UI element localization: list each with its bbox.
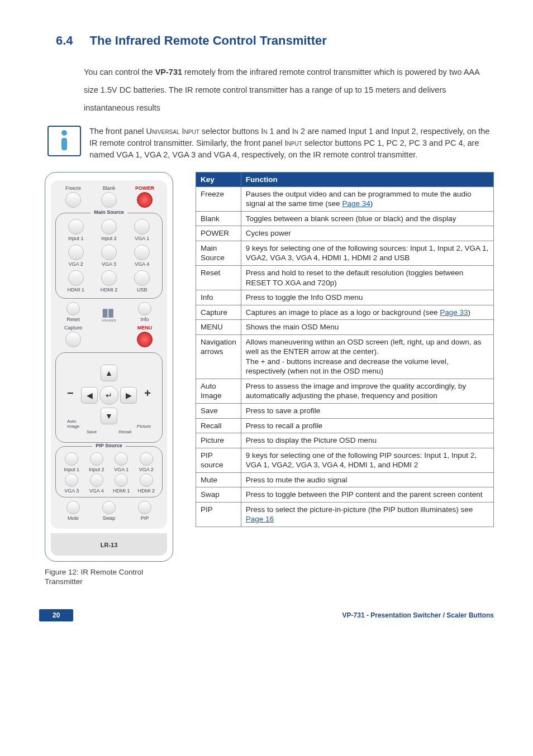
remote-nav-down: ▼	[101, 408, 117, 424]
note-frag: Universal Input	[146, 127, 199, 136]
cell-function: Allows maneuvering within an OSD screen …	[241, 334, 493, 379]
remote-label: VGA 1	[126, 236, 159, 241]
cell-key: MENU	[196, 320, 241, 335]
section-title: The Infrared Remote Control Transmitter	[90, 34, 327, 48]
remote-label-auto: Auto Image	[67, 419, 84, 429]
remote-btn-vga2	[68, 245, 84, 260]
page-link[interactable]: Page 34	[342, 199, 370, 208]
cell-key: Picture	[196, 433, 241, 448]
remote-btn-pip-hdmi2	[140, 473, 153, 487]
cell-function: 9 keys for selecting one of the followin…	[241, 448, 493, 472]
remote-label: VGA 4	[84, 489, 110, 494]
table-row: POWERCycles power	[196, 226, 494, 241]
cell-function: Press to recall a profile	[241, 418, 493, 433]
cell-key: Recall	[196, 418, 241, 433]
section-heading: 6.4 The Infrared Remote Control Transmit…	[56, 34, 494, 48]
table-row: MutePress to mute the audio signal	[196, 472, 494, 487]
remote-btn-pip-hdmi1	[115, 473, 128, 487]
cell-function: Press and hold to reset to the default r…	[241, 266, 493, 290]
remote-label-blank: Blank	[91, 186, 127, 191]
remote-nav-group: ▲ ▼ ◀ ▶ ↵ − + Auto Image Picture Save Re…	[55, 352, 163, 443]
page-link[interactable]: Page 33	[440, 308, 468, 317]
remote-btn-capture	[65, 332, 81, 347]
cell-function: Press to display the Picture OSD menu	[241, 433, 493, 448]
remote-btn-mute	[66, 501, 80, 514]
cell-function: Press to save a profile	[241, 404, 493, 419]
remote-model-plate: LR-13	[51, 533, 167, 556]
intro-paragraph: You can control the VP-731 remotely from…	[84, 64, 494, 117]
svg-rect-2	[103, 309, 108, 318]
remote-btn-hdmi1	[68, 270, 84, 286]
remote-nav-enter: ↵	[99, 386, 118, 405]
cell-function: Captures an image to place as a logo or …	[241, 305, 493, 320]
table-row: FreezePauses the output video and can be…	[196, 186, 494, 211]
remote-btn-menu	[137, 332, 153, 347]
table-row: MENUShows the main OSD Menu	[196, 320, 494, 335]
key-function-table: Key Function FreezePauses the output vid…	[196, 172, 494, 527]
cell-function: Shows the main OSD Menu	[241, 320, 493, 335]
remote-minus: −	[67, 387, 74, 400]
cell-function: Toggles between a blank screen (blue or …	[241, 211, 493, 226]
cell-key: Freeze	[196, 186, 241, 211]
remote-nav-right: ▶	[120, 387, 137, 404]
remote-illustration: Freeze Blank POWER Main Source Input 1 I…	[45, 172, 173, 562]
table-row: BlankToggles between a blank screen (blu…	[196, 211, 494, 226]
remote-btn-power	[137, 192, 153, 208]
table-row: Main Source9 keys for selecting one of t…	[196, 241, 494, 265]
remote-label-save: Save	[87, 429, 97, 434]
cell-function: Press to select the picture-in-picture (…	[241, 502, 493, 527]
remote-model: LR-13	[101, 542, 118, 548]
remote-label: VGA 2	[134, 467, 159, 472]
note-frag: In	[292, 127, 298, 136]
remote-btn-pip-vga3	[65, 473, 78, 487]
cell-key: Save	[196, 404, 241, 419]
remote-btn-pip	[138, 501, 151, 514]
remote-btn-input2	[101, 219, 117, 235]
remote-label: Mute	[55, 516, 91, 521]
remote-btn-vga4	[134, 245, 150, 260]
remote-btn-pip-vga2	[140, 452, 153, 466]
note-frag: selector buttons	[199, 127, 261, 136]
intro-bold: VP-731	[155, 68, 182, 76]
th-function: Function	[241, 172, 493, 186]
table-row: ResetPress and hold to reset to the defa…	[196, 266, 494, 290]
remote-main-source-label: Main Source	[91, 209, 127, 215]
svg-rect-3	[108, 309, 113, 318]
remote-label-picture: Picture	[134, 424, 151, 429]
cell-key: Main Source	[196, 241, 241, 265]
remote-btn-input1	[68, 219, 84, 235]
th-key: Key	[196, 172, 241, 186]
remote-label: Swap	[91, 516, 127, 521]
cell-function: Press to mute the audio signal	[241, 472, 493, 487]
remote-btn-pip-vga1	[115, 452, 128, 466]
remote-label: USB	[126, 288, 159, 293]
remote-label: HDMI 1	[59, 288, 92, 293]
cell-function: 9 keys for selecting one of the followin…	[241, 241, 493, 265]
remote-label: Info	[127, 317, 163, 322]
remote-label: Capture	[55, 326, 91, 331]
remote-label: Input 2	[84, 467, 110, 472]
cell-function: Pauses the output video and can be progr…	[241, 186, 493, 211]
note-frag: Input	[284, 138, 302, 147]
note-frag: In	[261, 127, 267, 136]
page-link[interactable]: Page 16	[246, 515, 274, 523]
table-row: RecallPress to recall a profile	[196, 418, 494, 433]
remote-pip-source-label: PIP Source	[92, 443, 125, 448]
cell-key: Reset	[196, 266, 241, 290]
remote-btn-pip-input2	[90, 452, 103, 466]
kramer-logo-icon	[102, 308, 116, 319]
figure-caption: Figure 12: IR Remote Control Transmitter	[45, 567, 179, 587]
remote-label: Input 1	[59, 236, 92, 241]
remote-label-power: POWER	[127, 186, 163, 191]
remote-label: VGA 1	[109, 467, 134, 472]
remote-label: VGA 3	[92, 262, 125, 267]
remote-label: Input 1	[59, 467, 84, 472]
remote-main-source-group: Main Source Input 1 Input 2 VGA 1 VGA 2 …	[55, 213, 163, 299]
cell-key: PIP source	[196, 448, 241, 472]
cell-key: PIP	[196, 502, 241, 527]
table-row: SwapPress to toggle between the PIP cont…	[196, 487, 494, 503]
remote-label: VGA 2	[59, 262, 92, 267]
remote-btn-swap	[102, 501, 116, 514]
table-row: Auto ImagePress to assess the image and …	[196, 379, 494, 403]
info-icon	[47, 126, 81, 156]
